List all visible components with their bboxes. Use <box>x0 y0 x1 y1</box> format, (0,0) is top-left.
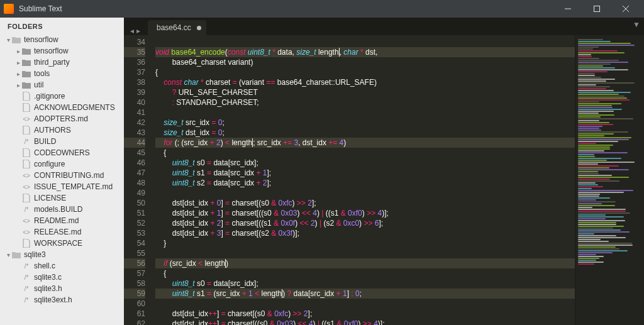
tree-item[interactable]: LICENSE <box>0 192 124 204</box>
code-line[interactable]: : STANDARD_CHARSET; <box>155 97 575 107</box>
code-line[interactable] <box>155 107 575 118</box>
tree-item[interactable]: ▾tensorflow <box>0 34 124 45</box>
tree-item[interactable]: .gitignore <box>0 91 124 102</box>
code-line[interactable]: } <box>155 238 575 248</box>
tree-item[interactable]: AUTHORS <box>0 124 124 136</box>
tree-item[interactable]: /*models.BUILD <box>0 204 124 215</box>
line-number[interactable]: 46 <box>124 158 145 168</box>
line-number[interactable]: 58 <box>124 278 145 289</box>
tab-strip[interactable]: ◂ ▸ base64.cc ▼ <box>124 18 644 35</box>
code-line[interactable]: size_t dst_idx = 0; <box>155 128 575 138</box>
tree-item[interactable]: /*sqlite3ext.h <box>0 294 124 306</box>
line-number[interactable]: 45 <box>124 148 145 158</box>
line-number[interactable]: 42 <box>124 118 145 128</box>
tree-item[interactable]: WORKSPACE <box>0 238 124 249</box>
line-number[interactable]: 61 <box>124 309 145 319</box>
line-number[interactable]: 40 <box>124 97 145 107</box>
code-line[interactable]: { <box>155 268 575 278</box>
line-number[interactable]: 37 <box>124 67 145 77</box>
code-line[interactable]: if (src_idx < length) <box>155 258 575 268</box>
line-number[interactable]: 52 <box>124 218 145 228</box>
close-button[interactable] <box>611 0 640 18</box>
line-number[interactable]: 47 <box>124 168 145 178</box>
disclosure-arrow-icon[interactable]: ▾ <box>5 36 11 43</box>
tree-item[interactable]: <>RELEASE.md <box>0 226 124 238</box>
tree-item[interactable]: ▸util <box>0 79 124 91</box>
code-line[interactable]: dst[dst_idx + 0] = charset[(s0 & 0xfc) >… <box>155 198 575 208</box>
line-number[interactable]: 38 <box>124 77 145 87</box>
tab-dropdown-icon[interactable]: ▼ <box>633 20 640 29</box>
line-number[interactable]: 35 <box>124 47 145 57</box>
tab-history-back-icon[interactable]: ◂ <box>130 26 134 35</box>
code-line[interactable]: uint8_t s2 = data[src_idx + 2]; <box>155 178 575 188</box>
code-line[interactable]: uint8_t s0 = data[src_idx]; <box>155 158 575 168</box>
tree-item[interactable]: ▾sqlite3 <box>0 249 124 260</box>
minimap[interactable] <box>575 35 644 325</box>
code-line[interactable]: base64_charset variant) <box>155 57 575 67</box>
disclosure-arrow-icon[interactable]: ▸ <box>15 70 21 77</box>
disclosure-arrow-icon[interactable]: ▸ <box>15 48 21 55</box>
tree-item[interactable]: <>ADOPTERS.md <box>0 113 124 124</box>
code-line[interactable]: uint8_t s1 = data[src_idx + 1]; <box>155 168 575 178</box>
code-line[interactable]: ? URL_SAFE_CHARSET <box>155 87 575 97</box>
code-line[interactable]: dst[dst_idx + 3] = charset[(s2 & 0x3f)]; <box>155 228 575 238</box>
tree-item[interactable]: /*sqlite3.c <box>0 272 124 283</box>
line-number[interactable]: 55 <box>124 248 145 258</box>
tree-item[interactable]: ACKNOWLEDGMENTS <box>0 102 124 113</box>
line-number[interactable]: 56 <box>124 258 145 268</box>
line-number[interactable]: 36 <box>124 57 145 67</box>
code-line[interactable]: dst[dst_idx + 2] = charset[((s1 & 0x0f) … <box>155 218 575 228</box>
code-line[interactable] <box>155 299 575 309</box>
line-number[interactable]: 50 <box>124 198 145 208</box>
tree-item[interactable]: configure <box>0 158 124 170</box>
titlebar[interactable]: Sublime Text <box>0 0 644 18</box>
line-number[interactable]: 57 <box>124 268 145 278</box>
code-line[interactable]: const char * charset = (variant == base6… <box>155 77 575 87</box>
tab-history-forward-icon[interactable]: ▸ <box>136 26 140 35</box>
tree-item[interactable]: /*sqlite3.h <box>0 283 124 294</box>
tree-item[interactable]: <>ISSUE_TEMPLATE.md <box>0 181 124 192</box>
line-number[interactable]: 54 <box>124 238 145 248</box>
code-line[interactable] <box>155 188 575 198</box>
tree-item[interactable]: ▸tensorflow <box>0 45 124 57</box>
code-line[interactable]: uint8_t s1 = (src_idx + 1 < length) ? da… <box>155 289 575 299</box>
tree-item[interactable]: CODEOWNERS <box>0 147 124 158</box>
tree-item[interactable]: <>README.md <box>0 215 124 226</box>
tree-item[interactable]: /*BUILD <box>0 136 124 147</box>
line-number[interactable]: 49 <box>124 188 145 198</box>
tree-item[interactable]: ▸tools <box>0 68 124 79</box>
line-number[interactable]: 59 <box>124 289 145 299</box>
folder-tree[interactable]: ▾tensorflow▸tensorflow▸third_party▸tools… <box>0 34 124 325</box>
line-number[interactable]: 44 <box>124 138 145 148</box>
tree-item[interactable]: ▸third_party <box>0 57 124 68</box>
minimize-button[interactable] <box>553 0 582 18</box>
line-number[interactable]: 39 <box>124 87 145 97</box>
code-line[interactable] <box>155 37 575 47</box>
disclosure-arrow-icon[interactable]: ▾ <box>5 251 11 258</box>
line-number[interactable]: 51 <box>124 208 145 218</box>
code-line[interactable]: dst[dst_idx++] = charset[(s0 & 0xfc) >> … <box>155 309 575 319</box>
code-line[interactable]: size_t src_idx = 0; <box>155 118 575 128</box>
line-number[interactable]: 43 <box>124 128 145 138</box>
gutter[interactable]: 3435363738394041424344454647484950515253… <box>124 35 150 325</box>
disclosure-arrow-icon[interactable]: ▸ <box>15 82 21 89</box>
line-number[interactable]: 53 <box>124 228 145 238</box>
code-line[interactable]: dst[dst_idx++] = charset[((s0 & 0x03) <<… <box>155 319 575 325</box>
code-line[interactable] <box>155 248 575 258</box>
code-line[interactable]: void base64_encode(const uint8_t * data,… <box>155 47 575 57</box>
line-number[interactable]: 60 <box>124 299 145 309</box>
code-line[interactable]: dst[dst_idx + 1] = charset[((s0 & 0x03) … <box>155 208 575 218</box>
tree-item[interactable]: /*shell.c <box>0 260 124 272</box>
tab-base64[interactable]: base64.cc <box>148 20 206 35</box>
line-number[interactable]: 48 <box>124 178 145 188</box>
code-line[interactable]: for (; (src_idx + 2) < length; src_idx +… <box>155 138 575 148</box>
tree-item[interactable]: <>CONTRIBUTING.md <box>0 170 124 181</box>
code-line[interactable]: uint8_t s0 = data[src_idx]; <box>155 278 575 289</box>
line-number[interactable]: 41 <box>124 107 145 118</box>
code-line[interactable]: { <box>155 148 575 158</box>
line-number[interactable]: 62 <box>124 319 145 325</box>
code-view[interactable]: void base64_encode(const uint8_t * data,… <box>150 35 575 325</box>
code-line[interactable]: { <box>155 67 575 77</box>
disclosure-arrow-icon[interactable]: ▸ <box>15 59 21 66</box>
maximize-button[interactable] <box>582 0 611 18</box>
